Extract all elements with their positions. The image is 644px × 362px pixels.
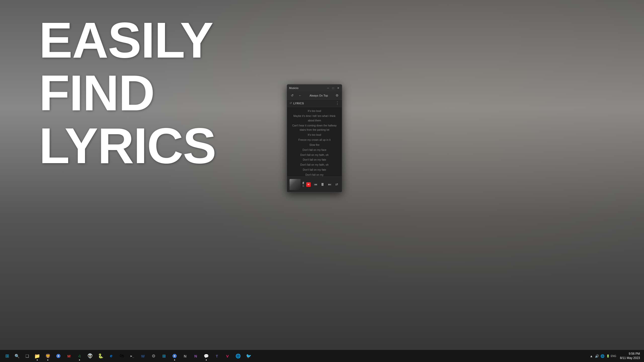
tray-network[interactable]: 🌐	[600, 353, 605, 358]
taskbar-teams[interactable]: T	[212, 351, 222, 361]
svg-point-1	[58, 355, 59, 357]
settings-button[interactable]: ⚙	[334, 93, 340, 98]
album-art	[290, 179, 301, 190]
taskbar-file-explorer[interactable]: 📁	[32, 351, 42, 361]
taskbar: ⊞ 🔍 ❑ 📁 🦁 M ♫ 👽	[0, 350, 644, 362]
window-controls: ─ □ ✕	[326, 86, 340, 90]
lyric-line-4: Freeze my crown all up in it	[287, 138, 342, 143]
lyrics-header: ↺ LYRICS ⋮	[287, 100, 342, 107]
taskbar-brave[interactable]: 🦁	[43, 351, 53, 361]
task-view-button[interactable]: ❑	[22, 351, 32, 361]
clock-time: 9:56 PM	[629, 352, 640, 356]
more-options-button[interactable]: ⋮	[335, 101, 339, 106]
taskbar-browser3[interactable]: 🌐	[233, 351, 243, 361]
window-toolbar: ↺ ← Always On Top ⚙	[287, 92, 342, 100]
song-artist-album: Eminem • Kamikaze	[303, 185, 304, 187]
musicio-window: Musicio ─ □ ✕ ↺ ← Always On Top ⚙ ↺ LYRI…	[287, 84, 342, 192]
lyric-line-6: Don't fall on my face	[287, 148, 342, 153]
hero-line-1: EASILY	[39, 14, 216, 67]
refresh-button[interactable]: ↺	[289, 93, 295, 99]
system-clock[interactable]: 9:56 PM 8/11 May 2023	[618, 352, 642, 360]
lyric-line-3: It's too loud	[287, 132, 342, 138]
tray-show-hidden[interactable]: ▲	[589, 353, 594, 358]
taskbar-app2[interactable]: V	[222, 351, 232, 361]
next-button[interactable]: ⏭	[327, 182, 332, 187]
lyrics-content[interactable]: It's too loud Maybe it's time I tell 'em…	[287, 107, 342, 176]
always-on-top-label: Always On Top	[305, 94, 332, 97]
sync-icon: ↺	[290, 102, 292, 105]
taskbar-python[interactable]: 🐍	[96, 351, 106, 361]
taskbar-apps: 📁 🦁 M ♫ 👽 🐍 e 🛍	[32, 351, 587, 361]
taskbar-spotify[interactable]: ♫	[74, 351, 85, 361]
taskbar-settings[interactable]: ⚙	[148, 351, 158, 361]
lyrics-label: LYRICS	[293, 102, 335, 105]
lyric-line-9: Don't fall on my faith, oh	[287, 162, 342, 167]
back-button[interactable]: ←	[297, 93, 303, 99]
player-bar: Fall Eminem • Kamikaze M ⏮ ⏸ ⏭ ⇄	[287, 176, 342, 192]
artist-name: Eminem	[303, 185, 304, 187]
lyric-line-11: Don't fall on my	[287, 172, 342, 176]
shuffle-button[interactable]: ⇄	[334, 182, 339, 187]
lyric-line-7: Don't fall on my faith, oh	[287, 153, 342, 158]
taskbar-terminal[interactable]: ▶_	[127, 351, 137, 361]
previous-button[interactable]: ⏮	[313, 182, 318, 187]
lyric-line-2: Can't hear it coming down the hallway st…	[287, 123, 342, 133]
lyric-line-10: Don't fall on my fate	[287, 167, 342, 172]
taskbar-notion[interactable]: N	[180, 351, 190, 361]
hero-line-3: LYRICS	[39, 119, 216, 172]
hero-text: EASILY FIND LYRICS	[39, 14, 216, 172]
tray-battery[interactable]: 🔋	[606, 353, 611, 358]
lyric-line-0: It's too loud	[287, 109, 342, 114]
taskbar-windows2[interactable]: ⊞	[159, 351, 169, 361]
taskbar-app1[interactable]: N	[191, 351, 201, 361]
clock-date: 8/11 May 2023	[620, 356, 640, 360]
player-controls: ⏮ ⏸ ⏭ ⇄	[313, 182, 339, 187]
taskbar-store[interactable]: 🛍	[117, 351, 127, 361]
taskbar-twitter[interactable]: 🐦	[244, 351, 254, 361]
hero-line-2: FIND	[39, 67, 216, 119]
tray-volume[interactable]: 🔊	[594, 353, 599, 358]
lyric-line-8: Don't fall on my fate	[287, 157, 342, 162]
taskbar-chrome[interactable]	[53, 351, 63, 361]
lyric-line-1: Maybe it's time I tell 'em what I think …	[287, 114, 342, 123]
svg-point-3	[174, 355, 175, 357]
close-button[interactable]: ✕	[336, 86, 340, 90]
window-title: Musicio	[289, 86, 326, 89]
taskbar-reddit[interactable]: 👽	[85, 351, 95, 361]
play-pause-button[interactable]: ⏸	[320, 182, 325, 187]
system-tray: ▲ 🔊 🌐 🔋 ENG	[587, 353, 618, 358]
song-info: Fall Eminem • Kamikaze	[303, 182, 304, 187]
maximize-button[interactable]: □	[331, 86, 335, 90]
taskbar-mail[interactable]: M	[64, 351, 74, 361]
search-button[interactable]: 🔍	[12, 351, 22, 361]
taskbar-edge[interactable]: e	[106, 351, 116, 361]
music-service-logo: M	[306, 182, 311, 187]
taskbar-word[interactable]: W	[138, 351, 148, 361]
tray-keyboard[interactable]: ENG	[611, 353, 616, 358]
minimize-button[interactable]: ─	[326, 86, 330, 90]
window-titlebar: Musicio ─ □ ✕	[287, 84, 342, 92]
song-title: Fall	[303, 182, 304, 185]
album-art-image	[290, 179, 301, 190]
lyric-line-5: Slow fire	[287, 143, 342, 148]
taskbar-chrome2[interactable]	[170, 351, 180, 361]
start-button[interactable]: ⊞	[2, 351, 12, 361]
taskbar-discord[interactable]: 💬	[201, 351, 211, 361]
